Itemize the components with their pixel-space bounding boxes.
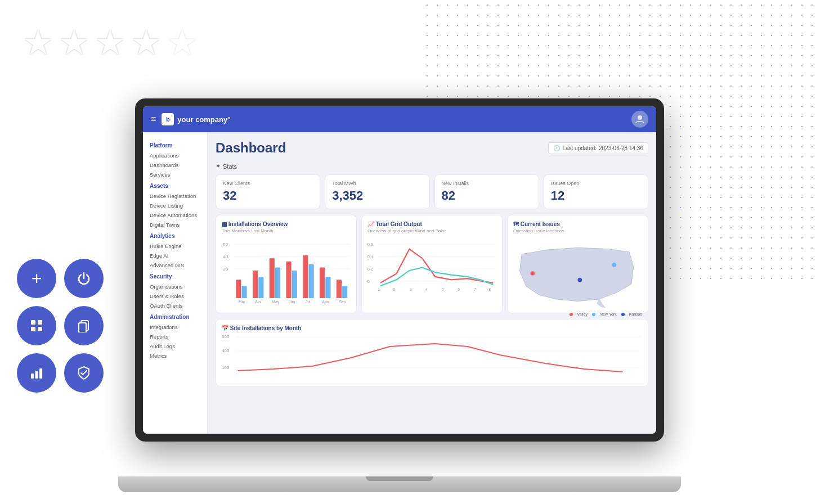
sidebar-item-reports[interactable]: Reports — [147, 332, 203, 341]
line-chart-icon: 📈 — [367, 221, 374, 227]
menu-icon[interactable]: ≡ — [151, 114, 156, 124]
map-icon: 🗺 — [513, 221, 519, 227]
legend-dot-kansas — [621, 313, 625, 316]
svg-text:4: 4 — [425, 287, 428, 291]
company-name: your company° — [177, 115, 230, 124]
svg-text:60: 60 — [223, 242, 228, 248]
stat-value-issues-open: 12 — [551, 188, 641, 203]
chart-title-grid-output: 📈 Total Grid Output — [367, 221, 496, 227]
svg-text:May: May — [272, 300, 280, 304]
chart-button[interactable] — [17, 353, 56, 393]
dashboard-header: Dashboard 🕐 Last updated: 2023-06-28 14:… — [216, 140, 648, 156]
sidebar-item-metrics[interactable]: Metrics — [147, 351, 203, 361]
svg-point-54 — [531, 271, 535, 276]
sidebar-item-device-listing[interactable]: Device Listing — [147, 201, 203, 210]
chart-grid-output: 📈 Total Grid Output Overview of grid out… — [361, 215, 503, 313]
sidebar: Platform Applications Dashboards Service… — [143, 132, 208, 434]
sidebar-item-oauth-clients[interactable]: OAuth Clients — [147, 301, 203, 310]
chart-installations-overview: ▦ Installations Overview This Month vs L… — [216, 215, 357, 313]
sidebar-item-users-roles[interactable]: Users & Roles — [147, 291, 203, 301]
add-button[interactable]: + — [17, 259, 56, 298]
shield-button[interactable] — [64, 353, 104, 393]
sidebar-section-analytics: Analytics — [147, 233, 203, 239]
svg-rect-28 — [325, 277, 330, 298]
bottom-chart-area: 500 400 100 — [222, 332, 642, 377]
chart-title-installations: ▦ Installations Overview — [222, 221, 351, 227]
sidebar-item-organisations[interactable]: Organisations — [147, 282, 203, 291]
svg-text:Aug: Aug — [322, 300, 329, 304]
chart-subtitle-issues: Operation Issue locations — [513, 228, 642, 233]
svg-rect-5 — [79, 323, 86, 332]
bar-chart-icon: ▦ — [222, 221, 227, 227]
grid-button[interactable] — [17, 306, 56, 345]
avatar[interactable] — [631, 111, 648, 128]
svg-text:7: 7 — [474, 287, 476, 291]
chart-current-issues: 🗺 Current Issues Operation Issue locatio… — [507, 215, 648, 313]
sidebar-item-services[interactable]: Services — [147, 170, 203, 179]
sidebar-section-platform: Platform — [147, 142, 203, 148]
sidebar-item-dashboards[interactable]: Dashboards — [147, 160, 203, 170]
sidebar-section-security: Security — [147, 273, 203, 280]
sidebar-item-device-automations[interactable]: Device Automations — [147, 210, 203, 220]
power-button[interactable] — [64, 259, 104, 298]
stat-card-issues-open: Issues Open 12 — [544, 174, 648, 209]
svg-text:0.2: 0.2 — [367, 267, 373, 271]
svg-text:0.4: 0.4 — [367, 255, 373, 259]
svg-rect-25 — [303, 255, 308, 298]
sidebar-item-applications[interactable]: Applications — [147, 151, 203, 160]
star-5: ★ — [167, 25, 198, 60]
stat-value-new-installs: 82 — [442, 188, 532, 203]
sidebar-item-device-registration[interactable]: Device Registration — [147, 191, 203, 201]
svg-rect-27 — [320, 268, 325, 299]
svg-text:Jul: Jul — [306, 300, 311, 304]
legend-label-kansas: Kansas — [629, 312, 642, 316]
last-updated-value: 2023-06-28 14:36 — [599, 145, 643, 151]
stars-container: ★ ★ ★ ★ ★ — [23, 25, 198, 60]
legend-dot-newyork — [592, 313, 595, 316]
sidebar-item-edge-ai[interactable]: Edge AI — [147, 251, 203, 260]
sidebar-section-assets: Assets — [147, 183, 203, 189]
svg-text:Jun: Jun — [289, 300, 295, 304]
line-chart-area: 0.6 0.4 0.2 0 — [367, 237, 496, 304]
sidebar-item-advanced-gis[interactable]: Advanced GIS — [147, 260, 203, 270]
star-2: ★ — [59, 25, 90, 60]
svg-rect-0 — [31, 320, 35, 325]
stat-value-new-clients: 32 — [223, 188, 313, 203]
svg-text:8: 8 — [488, 287, 491, 291]
sidebar-item-integrations[interactable]: Integrations — [147, 322, 203, 332]
svg-text:5: 5 — [442, 287, 444, 291]
app-header: ≡ b your company° — [143, 106, 656, 132]
stats-icon: ✦ — [216, 163, 221, 170]
stat-card-total-mwh: Total MWh 3,352 — [325, 174, 429, 209]
chart-subtitle-installations: This Month vs Last Month — [222, 228, 351, 233]
svg-text:Mar: Mar — [239, 300, 246, 304]
svg-text:20: 20 — [223, 267, 228, 272]
svg-rect-23 — [286, 262, 292, 298]
sidebar-item-digital-twins[interactable]: Digital Twins — [147, 220, 203, 230]
svg-text:3: 3 — [409, 287, 411, 291]
svg-text:0: 0 — [367, 280, 370, 284]
svg-rect-21 — [270, 258, 275, 298]
copy-button[interactable] — [64, 306, 104, 345]
svg-rect-17 — [236, 280, 241, 298]
stat-label-new-installs: New Installs — [442, 181, 532, 186]
sidebar-section-administration: Administration — [147, 314, 203, 320]
stats-section-label: ✦ Stats — [216, 163, 648, 170]
chart-site-installations: 📅 Site Installations by Month 500 400 10… — [216, 319, 648, 386]
svg-text:500: 500 — [222, 335, 229, 339]
legend-label-newyork: New York — [600, 312, 617, 316]
legend-label-valley: Valley — [577, 312, 588, 316]
stat-label-new-clients: New Clients — [223, 181, 313, 186]
svg-rect-3 — [38, 327, 42, 331]
svg-rect-30 — [342, 286, 347, 298]
stat-card-new-clients: New Clients 32 — [216, 174, 320, 209]
svg-rect-1 — [38, 320, 42, 325]
stats-grid: New Clients 32 Total MWh 3,352 New Insta… — [216, 174, 648, 209]
chart-title-issues: 🗺 Current Issues — [513, 221, 642, 227]
svg-text:100: 100 — [222, 366, 229, 370]
map-container: Valley New York Kansas — [513, 237, 642, 323]
stat-value-total-mwh: 3,352 — [332, 188, 422, 203]
sidebar-item-audit-logs[interactable]: Audit Logs — [147, 341, 203, 351]
sidebar-item-rules-engine[interactable]: Rules Engine — [147, 241, 203, 251]
stats-text: Stats — [223, 163, 237, 170]
